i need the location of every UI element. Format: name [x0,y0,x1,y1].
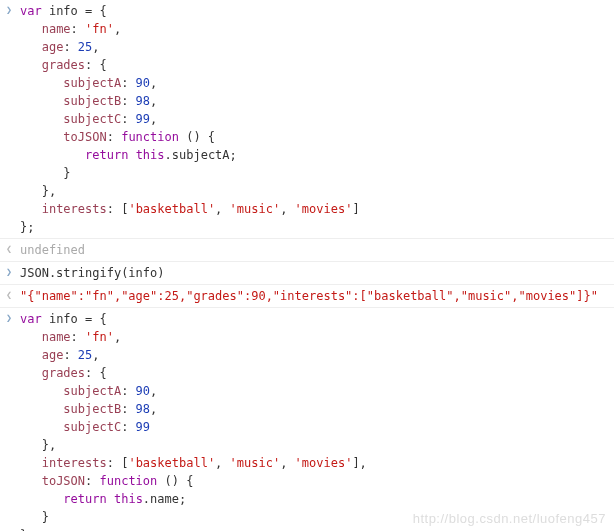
code-token: 'basketball' [128,456,215,470]
code-line: subjectA: 90, [20,74,614,92]
code-token: subjectA [63,76,121,90]
code-line: "{"name":"fn","age":25,"grades":90,"inte… [20,287,614,305]
code-line: subjectA: 90, [20,382,614,400]
watermark-text: http://blog.csdn.net/luofeng457 [413,509,606,529]
code-token: "{"name":"fn","age":25,"grades":90,"inte… [20,289,598,303]
code-token: , [150,76,157,90]
code-token: 'basketball' [128,202,215,216]
code-token: , [150,112,157,126]
code-token: : [ [107,202,129,216]
code-token: 99 [136,112,150,126]
code-line: } [20,164,614,182]
code-token: : { [85,58,107,72]
code-token: function [100,474,158,488]
code-line: subjectB: 98, [20,92,614,110]
code-token: return [63,492,106,506]
code-token: 99 [136,420,150,434]
code-token: , [215,202,229,216]
code-token: }, [42,184,56,198]
code-token: , [280,456,294,470]
code-token [128,148,135,162]
code-token: : [121,94,135,108]
code-token: grades [42,58,85,72]
code-token: } [63,166,70,180]
code-token: : [121,112,135,126]
code-token: , [150,402,157,416]
code-line: grades: { [20,56,614,74]
code-line: toJSON: function () { [20,472,614,490]
code-token: , [150,94,157,108]
code-token: JSON.stringify(info) [20,266,165,280]
code-token: toJSON [42,474,85,488]
code-line: }, [20,436,614,454]
code-token: 98 [136,402,150,416]
code-token: , [215,456,229,470]
code-token: age [42,348,64,362]
code-token [107,492,114,506]
code-token: : [85,474,99,488]
code-token: 25 [78,40,92,54]
code-token: , [92,348,99,362]
code-line: }, [20,182,614,200]
code-token: : [121,76,135,90]
code-token: 'movies' [295,202,353,216]
code-token: , [114,330,121,344]
input-prompt-icon [6,2,12,17]
code-token: () { [179,130,215,144]
code-token: ] [352,202,359,216]
code-token: function [121,130,179,144]
code-line: age: 25, [20,346,614,364]
code-token: toJSON [63,130,106,144]
code-token: 90 [136,76,150,90]
code-token: : { [85,366,107,380]
code-line: subjectC: 99 [20,418,614,436]
code-line: interests: ['basketball', 'music', 'movi… [20,454,614,472]
code-token: grades [42,366,85,380]
console-output-entry: undefined [0,239,614,262]
code-token: .subjectA; [165,148,237,162]
code-token: () { [157,474,193,488]
console-input-entry: var info = { name: 'fn', age: 25, grades… [0,0,614,239]
code-token: age [42,40,64,54]
code-token: info = { [42,4,107,18]
code-line: }; [20,218,614,236]
code-token: this [136,148,165,162]
input-prompt-icon [6,310,12,325]
code-token: subjectA [63,384,121,398]
code-token: 'music' [230,456,281,470]
code-token: , [92,40,99,54]
code-token: undefined [20,243,85,257]
code-line: var info = { [20,310,614,328]
code-token: } [42,510,49,524]
code-line: subjectB: 98, [20,400,614,418]
code-token: subjectC [63,420,121,434]
output-prompt-icon [6,241,12,256]
code-token: : [63,348,77,362]
code-token: : [71,330,85,344]
code-token: : [121,420,135,434]
code-token: , [114,22,121,36]
code-token: interests [42,202,107,216]
code-token: this [114,492,143,506]
code-line: return this.name; [20,490,614,508]
code-token: interests [42,456,107,470]
output-prompt-icon [6,287,12,302]
code-line: undefined [20,241,614,259]
code-token: 90 [136,384,150,398]
code-token: return [85,148,128,162]
code-token: name [42,22,71,36]
code-token: 'music' [230,202,281,216]
code-line: age: 25, [20,38,614,56]
console-input-entry: JSON.stringify(info) [0,262,614,285]
code-token: 'fn' [85,330,114,344]
code-token: info = { [42,312,107,326]
console-input-entry: var info = { name: 'fn', age: 25, grades… [0,308,614,531]
code-token: 98 [136,94,150,108]
code-line: interests: ['basketball', 'music', 'movi… [20,200,614,218]
code-token: : [121,384,135,398]
console-output-entry: "{"name":"fn","age":25,"grades":90,"inte… [0,285,614,308]
code-token: : [ [107,456,129,470]
code-token: : [71,22,85,36]
code-line: var info = { [20,2,614,20]
code-line: name: 'fn', [20,20,614,38]
